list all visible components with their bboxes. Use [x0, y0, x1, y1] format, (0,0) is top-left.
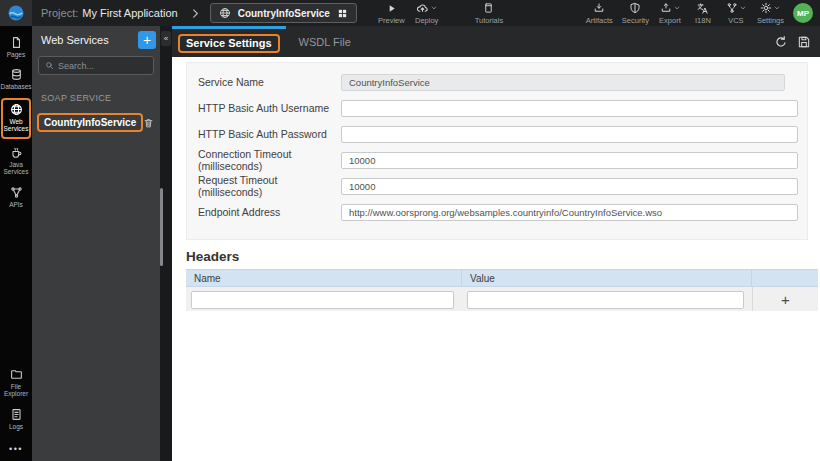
- vcs-label: VCS: [728, 16, 743, 25]
- i18n-button[interactable]: I18N: [691, 2, 715, 25]
- soap-service-section-label: SOAP SERVICE: [41, 93, 151, 103]
- chevron-down-icon[interactable]: [740, 5, 746, 11]
- security-button[interactable]: Security: [622, 2, 649, 25]
- header-name-input[interactable]: [191, 291, 454, 309]
- project-breadcrumb: Project:My First Application: [41, 7, 178, 19]
- grid-icon[interactable]: [337, 8, 348, 19]
- export-label: Export: [659, 16, 681, 25]
- rail-label-databases: Databases: [0, 83, 31, 90]
- column-header-name: Name: [186, 270, 462, 286]
- export-upload-icon: [660, 2, 672, 14]
- app-logo[interactable]: [0, 0, 32, 26]
- tab-wsdl-file[interactable]: WSDL File: [286, 26, 364, 57]
- auth-username-field[interactable]: [341, 100, 798, 117]
- service-chip[interactable]: CountryInfoService: [210, 3, 357, 23]
- panel-collapse-strip: «: [160, 26, 172, 461]
- annotation-highlight-tab: Service Settings: [178, 34, 280, 53]
- cloud-deploy-icon: [416, 2, 429, 15]
- more-options-icon[interactable]: •••: [0, 435, 32, 461]
- search-box[interactable]: [38, 56, 154, 75]
- rail-item-web-services[interactable]: Web Services: [3, 103, 29, 133]
- chevron-down-icon[interactable]: [431, 5, 437, 11]
- panel-header: Web Services +: [32, 26, 160, 53]
- rail-label-logs: Logs: [9, 423, 23, 430]
- topbar-center-actions: Preview Deploy Tutorials: [378, 2, 503, 25]
- form-row: Request Timeout (milliseconds): [198, 173, 798, 199]
- rail-item-pages[interactable]: Pages: [0, 31, 32, 63]
- rail-item-logs[interactable]: Logs: [0, 403, 32, 435]
- headers-table: Name Value +: [186, 269, 818, 311]
- wavemaker-logo-icon: [7, 4, 25, 22]
- export-button[interactable]: Export: [658, 2, 682, 25]
- api-connector-icon: [10, 186, 23, 199]
- user-avatar[interactable]: MP: [793, 3, 813, 23]
- service-name-field: [341, 74, 785, 91]
- service-chip-label: CountryInfoService: [238, 8, 330, 19]
- headers-table-header: Name Value: [186, 269, 818, 287]
- deploy-button[interactable]: Deploy: [415, 2, 439, 25]
- form-row: HTTP Basic Auth Username: [198, 95, 798, 121]
- artifacts-button[interactable]: Artifacts: [586, 2, 613, 25]
- rail-item-java-services[interactable]: Java Services: [0, 141, 32, 181]
- add-service-button[interactable]: +: [138, 31, 156, 49]
- vcs-button[interactable]: VCS: [724, 2, 748, 25]
- connection-timeout-field[interactable]: [341, 152, 798, 169]
- form-row: HTTP Basic Auth Password: [198, 121, 798, 147]
- globe-icon: [219, 7, 231, 19]
- gear-icon: [760, 2, 772, 14]
- service-list-item[interactable]: CountryInfoService: [32, 111, 160, 134]
- preview-label: Preview: [378, 16, 405, 25]
- annotation-highlight-service-item[interactable]: CountryInfoService: [37, 113, 143, 132]
- header-value-input[interactable]: [467, 291, 744, 309]
- top-bar: Project:My First Application CountryInfo…: [0, 0, 820, 26]
- save-icon[interactable]: [797, 35, 811, 49]
- vertical-scrollbar[interactable]: [160, 188, 163, 266]
- rail-item-apis[interactable]: APIs: [0, 181, 32, 213]
- deploy-label: Deploy: [415, 16, 438, 25]
- main-area: Service Settings WSDL File Service Name …: [172, 26, 820, 461]
- log-document-icon: [10, 408, 23, 421]
- add-header-button[interactable]: +: [752, 287, 818, 311]
- auth-username-label: HTTP Basic Auth Username: [198, 102, 341, 114]
- preview-button[interactable]: Preview: [378, 2, 405, 25]
- topbar-right-actions: Artifacts Security Export I18N VCS Setti…: [586, 2, 784, 25]
- form-row: Service Name: [198, 69, 798, 95]
- connection-timeout-label: Connection Timeout (milliseconds): [198, 148, 341, 172]
- request-timeout-label: Request Timeout (milliseconds): [198, 174, 341, 198]
- rail-item-file-explorer[interactable]: File Explorer: [0, 363, 32, 403]
- rail-label-web-services: Web Services: [3, 118, 29, 133]
- form-row: Connection Timeout (milliseconds): [198, 147, 798, 173]
- settings-button[interactable]: Settings: [757, 2, 784, 25]
- artifacts-download-icon: [593, 2, 605, 14]
- column-header-value: Value: [462, 270, 752, 286]
- panel-title: Web Services: [41, 34, 138, 46]
- tab-service-settings[interactable]: Service Settings: [172, 26, 286, 57]
- tutorials-button[interactable]: Tutorials: [475, 2, 503, 25]
- auth-password-field[interactable]: [341, 126, 798, 143]
- request-timeout-field[interactable]: [341, 178, 798, 195]
- rail-label-apis: APIs: [9, 201, 23, 208]
- refresh-icon[interactable]: [774, 35, 788, 49]
- branch-icon: [726, 2, 738, 14]
- collapse-panel-icon[interactable]: «: [161, 31, 171, 46]
- headers-table-row: +: [186, 287, 818, 311]
- rail-item-databases[interactable]: Databases: [0, 63, 32, 95]
- endpoint-address-field[interactable]: [341, 204, 798, 221]
- i18n-label: I18N: [695, 16, 711, 25]
- trash-icon[interactable]: [143, 117, 154, 129]
- service-settings-form: Service Name HTTP Basic Auth Username HT…: [186, 62, 808, 240]
- left-icon-rail: Pages Databases Web Services Java Servic…: [0, 26, 32, 461]
- translate-icon: [696, 2, 709, 14]
- coffee-icon: [10, 146, 23, 159]
- project-name: My First Application: [82, 7, 177, 19]
- form-row: Endpoint Address: [198, 199, 798, 225]
- breadcrumb-chevron-icon: [190, 8, 201, 19]
- play-icon: [386, 2, 397, 14]
- database-icon: [10, 68, 23, 81]
- chevron-down-icon[interactable]: [674, 5, 680, 11]
- chevron-down-icon[interactable]: [774, 5, 780, 11]
- settings-label: Settings: [757, 16, 784, 25]
- globe-icon: [10, 103, 23, 116]
- search-input[interactable]: [58, 61, 147, 71]
- tab-bar: Service Settings WSDL File: [172, 26, 820, 57]
